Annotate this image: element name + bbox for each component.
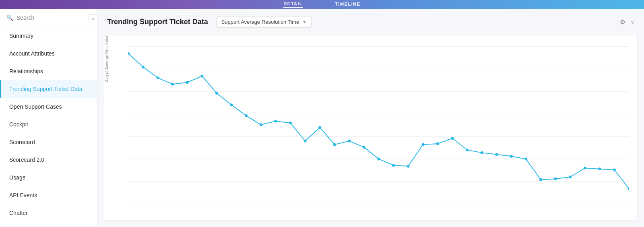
- sidebar-item-account-attributes[interactable]: Account Attributes: [0, 45, 97, 62]
- svg-point-63: [584, 167, 586, 169]
- sidebar-item-scorecard[interactable]: Scorecard: [0, 133, 97, 151]
- dropdown-label: Support Average Resolution Time: [221, 19, 299, 25]
- svg-point-35: [171, 83, 174, 86]
- svg-point-51: [407, 165, 410, 167]
- sidebar-item-trending-support[interactable]: Trending Support Ticket Data: [0, 80, 97, 98]
- search-input[interactable]: [17, 14, 91, 21]
- svg-point-41: [260, 123, 262, 126]
- chart-svg: 117.5120122.5125127.5130132.51357/31/201…: [128, 42, 629, 204]
- svg-point-47: [348, 140, 351, 142]
- dropdown-arrow-icon: ▼: [302, 20, 306, 24]
- header-icons: ⚙ ▿: [620, 18, 634, 26]
- svg-point-43: [289, 122, 292, 124]
- gear-icon[interactable]: ⚙: [620, 18, 625, 26]
- svg-point-52: [421, 143, 424, 146]
- sidebar-item-summary[interactable]: Summary: [0, 27, 97, 45]
- svg-point-60: [539, 178, 542, 181]
- tab-detail[interactable]: DETAIL: [283, 1, 303, 8]
- main-layout: 🔍 « Summary Account Attributes Relations…: [0, 9, 644, 227]
- tab-timeline[interactable]: TIMELINE: [335, 2, 360, 7]
- sidebar-item-open-support[interactable]: Open Support Cases: [0, 98, 97, 116]
- svg-point-57: [495, 153, 498, 156]
- sidebar-item-api-events[interactable]: API Events: [0, 186, 97, 204]
- search-bar: 🔍: [0, 9, 97, 27]
- svg-point-40: [245, 114, 248, 117]
- svg-point-64: [598, 167, 601, 170]
- sidebar: 🔍 « Summary Account Attributes Relations…: [0, 9, 97, 227]
- svg-point-59: [524, 158, 527, 161]
- svg-point-44: [304, 140, 307, 142]
- svg-point-61: [554, 177, 557, 180]
- sidebar-item-chatter[interactable]: Chatter: [0, 204, 97, 222]
- page-title: Trending Support Ticket Data: [107, 18, 208, 26]
- svg-point-49: [378, 158, 380, 161]
- svg-point-48: [363, 146, 365, 149]
- sidebar-item-relationships[interactable]: Relationships: [0, 62, 97, 80]
- svg-point-33: [142, 66, 144, 68]
- svg-point-37: [200, 75, 203, 78]
- svg-point-50: [392, 164, 395, 167]
- svg-point-38: [215, 92, 218, 95]
- chart-container: Avg of Average Resolution Non Bug (hours…: [104, 35, 638, 221]
- filter-icon[interactable]: ▿: [631, 18, 634, 26]
- svg-point-62: [569, 175, 572, 178]
- svg-point-45: [318, 126, 321, 129]
- collapse-button[interactable]: «: [89, 14, 97, 23]
- svg-point-46: [333, 143, 336, 146]
- svg-point-36: [186, 81, 189, 84]
- svg-point-42: [274, 120, 277, 123]
- sidebar-item-scorecard-2[interactable]: Scorecard 2.0: [0, 151, 97, 169]
- search-icon: 🔍: [6, 14, 13, 21]
- content-area: Trending Support Ticket Data Support Ave…: [97, 9, 644, 227]
- svg-point-54: [451, 137, 454, 140]
- metric-dropdown[interactable]: Support Average Resolution Time ▼: [216, 16, 312, 28]
- y-axis-label: Avg of Average Resolution Non Bug (hours…: [105, 35, 109, 82]
- svg-point-58: [510, 155, 513, 158]
- svg-point-53: [436, 142, 439, 145]
- svg-point-55: [466, 149, 469, 151]
- svg-point-34: [157, 76, 159, 79]
- sidebar-item-usage[interactable]: Usage: [0, 169, 97, 186]
- sidebar-item-cockpit[interactable]: Cockpit: [0, 116, 97, 133]
- svg-point-56: [481, 151, 483, 154]
- svg-point-39: [230, 103, 233, 106]
- content-header-left: Trending Support Ticket Data Support Ave…: [107, 16, 312, 28]
- svg-point-65: [613, 168, 616, 171]
- content-header: Trending Support Ticket Data Support Ave…: [97, 9, 644, 35]
- top-bar: DETAIL TIMELINE: [0, 0, 644, 9]
